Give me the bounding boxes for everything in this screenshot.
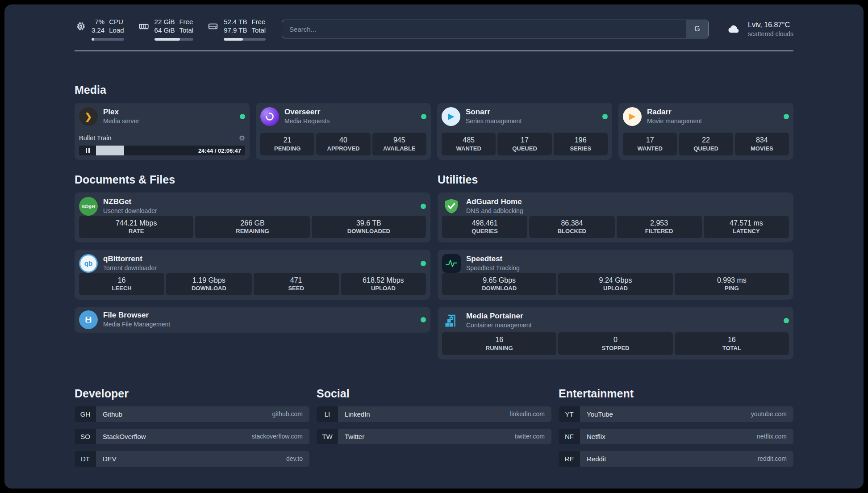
qbittorrent-icon: qb [79,254,98,273]
disk-total: 97.9 TB [224,26,247,35]
disk-icon [207,20,219,33]
radarr-icon: ▶ [623,107,642,126]
service-name: Overseerr [284,107,330,117]
bookmark-twitter[interactable]: TW Twitter twitter.com [317,429,551,444]
weather-condition: scattered clouds [748,30,793,38]
search-bar: G [282,20,709,38]
bookmark-name: Github [103,410,122,418]
filebrowser-icon [79,310,98,329]
memory-free-label: Free [179,18,193,26]
service-card-sonarr[interactable]: ▶ Sonarr Series management 485WANTED 17Q… [437,103,612,160]
service-subtitle: Series management [466,117,522,125]
status-dot [602,114,608,119]
bookmark-abbr: RE [559,451,580,467]
stat-wanted: 485WANTED [442,133,496,155]
status-dot [421,317,426,322]
bookmark-name: LinkedIn [345,410,370,418]
service-subtitle: Speedtest Tracking [466,264,520,272]
cloud-icon [725,22,743,36]
memory-progress-fill [154,38,180,41]
stat-wanted: 17WANTED [623,133,677,155]
service-name: File Browser [103,310,170,320]
service-card-filebrowser[interactable]: File Browser Media File Management [75,307,430,333]
memory-icon [138,20,150,33]
overseerr-icon [260,107,279,126]
gear-icon[interactable]: ⚙ [239,134,245,142]
memory-widget: 22 GiB 64 GiB Free Total [138,18,194,41]
disk-free-label: Free [251,18,266,26]
stat-approved: 40APPROVED [316,133,370,155]
bookmark-github[interactable]: GH Github github.com [75,406,309,422]
bookmark-stackoverflow[interactable]: SO StackOverflow stackoverflow.com [75,429,309,444]
service-subtitle: Media File Management [103,320,170,328]
bookmark-netflix[interactable]: NF Netflix netflix.com [559,429,793,444]
service-name: NZBGet [103,197,157,207]
cpu-progress-track [92,38,124,41]
service-card-speedtest[interactable]: Speedtest Speedtest Tracking 9.65 GbpsDO… [438,250,793,300]
playback-progress-track[interactable]: 24:44 / 02:06:47 [96,146,245,155]
service-subtitle: Movie management [647,117,702,125]
service-card-radarr[interactable]: ▶ Radarr Movie management 17WANTED 22QUE… [618,103,793,160]
bookmark-linkedin[interactable]: LI LinkedIn linkedin.com [317,406,551,422]
weather-widget[interactable]: Lviv, 16.87°C scattered clouds [725,21,793,38]
bookmark-abbr: NF [559,429,580,444]
service-name: Media Portainer [466,311,531,321]
topbar: 7% 3.24 CPU Load [75,18,793,41]
stat-seed: 471SEED [254,273,339,296]
weather-location: Lviv, 16.87°C [748,21,793,30]
service-card-overseerr[interactable]: Overseerr Media Requests 21PENDING 40APP… [256,103,431,160]
stat-movies: 834MOVIES [735,133,789,155]
stat-filtered: 2,953FILTERED [617,216,702,238]
bookmark-name: Reddit [587,455,606,463]
stat-queued: 17QUEUED [497,133,551,155]
service-name: Radarr [647,107,702,117]
speedtest-icon [442,254,461,273]
bookmark-url: twitter.com [515,433,545,440]
stat-leech: 16LEECH [79,273,164,296]
stat-total: 16TOTAL [675,332,789,355]
dashboard: 7% 3.24 CPU Load [4,4,864,489]
bookmark-reddit[interactable]: RE Reddit reddit.com [559,451,793,467]
service-name: Speedtest [466,254,520,264]
stat-available: 945AVAILABLE [372,133,426,155]
stat-pending: 21PENDING [260,133,314,155]
bookmark-youtube[interactable]: YT YouTube youtube.com [559,406,793,422]
plex-icon: ❯ [79,107,98,126]
stat-upload: 618.52 MbpsUPLOAD [341,273,426,296]
stat-download: 9.65 GbpsDOWNLOAD [442,273,556,296]
portainer-icon [442,311,461,330]
memory-total: 64 GiB [154,26,175,35]
stat-upload: 9.24 GbpsUPLOAD [558,273,672,296]
search-provider-button[interactable]: G [686,20,708,38]
section-title-developer: Developer [75,387,309,400]
service-card-adguard[interactable]: AdGuard Home DNS and adblocking 498,461Q… [438,192,793,242]
service-card-qbittorrent[interactable]: qb qBittorrent Torrent downloader 16LEEC… [75,250,430,300]
section-title-media: Media [75,84,793,96]
service-subtitle: Media server [103,117,139,125]
service-name: AdGuard Home [466,197,523,207]
service-card-plex[interactable]: ❯ Plex Media server Bullet Train ⚙ [75,103,250,160]
status-dot [421,204,426,209]
section-title-utilities: Utilities [438,173,793,186]
system-widgets: 7% 3.24 CPU Load [75,18,266,41]
bookmark-abbr: DT [75,451,96,467]
stat-rate: 744.21 MbpsRATE [79,216,193,238]
bookmark-url: github.com [272,410,303,418]
bookmark-abbr: LI [317,406,338,422]
pause-button[interactable] [79,146,96,155]
service-card-nzbget[interactable]: nzbget NZBGet Usenet downloader 744.21 M… [75,192,430,242]
stat-download: 1.19 GbpsDOWNLOAD [166,273,251,296]
search-input[interactable] [282,20,686,38]
service-subtitle: Torrent downloader [103,264,157,272]
bookmark-name: DEV [103,455,117,463]
stat-latency: 47.571 msLATENCY [704,216,789,238]
section-title-social: Social [317,387,551,400]
service-name: Plex [103,107,139,117]
bookmark-url: netflix.com [757,433,787,440]
cpu-label: CPU [109,18,124,26]
service-card-portainer[interactable]: Media Portainer Container management 16R… [438,307,793,359]
bookmark-dev[interactable]: DT DEV dev.to [75,451,309,467]
section-title-entertainment: Entertainment [559,387,793,400]
disk-progress-fill [224,38,243,41]
status-dot [784,318,789,323]
